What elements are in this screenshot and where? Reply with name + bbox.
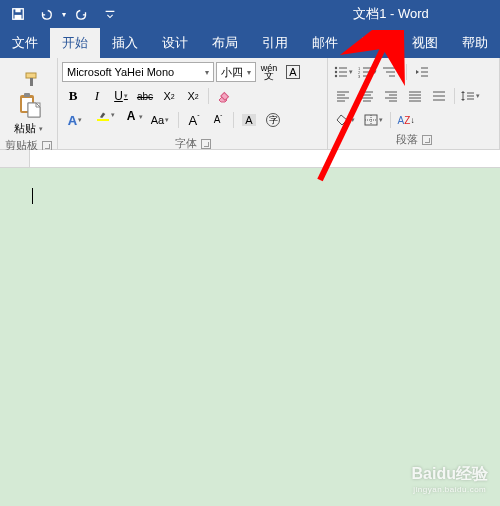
paste-label: 粘贴 xyxy=(14,121,36,136)
tab-review[interactable]: 审阅 xyxy=(350,28,400,58)
clipboard-launcher[interactable] xyxy=(42,141,52,151)
bullets-button[interactable]: ▾ xyxy=(332,62,354,82)
tab-layout[interactable]: 布局 xyxy=(200,28,250,58)
titlebar: ▾ 文档1 - Word xyxy=(0,0,500,28)
group-clipboard: 粘贴▾ 剪贴板 xyxy=(0,58,58,149)
format-painter-button[interactable] xyxy=(23,71,41,89)
paragraph-launcher[interactable] xyxy=(422,135,432,145)
paste-button[interactable]: 粘贴▾ xyxy=(14,91,44,136)
font-name-combo[interactable]: Microsoft YaHei Mono▾ xyxy=(62,62,214,82)
strikethrough-button[interactable]: abc xyxy=(134,86,156,106)
window-title: 文档1 - Word xyxy=(282,5,500,23)
borders-button[interactable]: ▾ xyxy=(360,110,386,130)
document-area[interactable] xyxy=(0,168,500,506)
sort-button[interactable]: AZ↓ xyxy=(395,110,417,130)
paragraph-label: 段落 xyxy=(396,132,418,147)
tab-design[interactable]: 设计 xyxy=(150,28,200,58)
line-spacing-button[interactable]: ▾ xyxy=(459,86,481,106)
font-color-button[interactable]: A▾ xyxy=(118,110,144,130)
svg-point-12 xyxy=(334,71,336,73)
watermark: Baidu经验 jingyan.baidu.com xyxy=(412,464,488,494)
ribbon-tabs: 文件 开始 插入 设计 布局 引用 邮件 审阅 视图 帮助 xyxy=(0,28,500,58)
ribbon: 粘贴▾ 剪贴板 Microsoft YaHei Mono▾ 小四▾ wén文 A… xyxy=(0,58,500,150)
tab-help[interactable]: 帮助 xyxy=(450,28,500,58)
numbering-button[interactable]: 123▾ xyxy=(356,62,378,82)
shrink-font-button[interactable]: Aˇ xyxy=(207,110,229,130)
font-label: 字体 xyxy=(175,136,197,151)
clear-formatting-button[interactable] xyxy=(213,86,235,106)
tab-home[interactable]: 开始 xyxy=(50,28,100,58)
group-font: Microsoft YaHei Mono▾ 小四▾ wén文 A B I U▾ … xyxy=(58,58,328,149)
distributed-button[interactable] xyxy=(428,86,450,106)
text-cursor xyxy=(32,188,33,204)
phonetic-guide-button[interactable]: wén文 xyxy=(258,62,280,82)
italic-button[interactable]: I xyxy=(86,86,108,106)
enclose-chars-button[interactable]: 字 xyxy=(262,110,284,130)
tab-view[interactable]: 视图 xyxy=(400,28,450,58)
shading-button[interactable]: ▾ xyxy=(332,110,358,130)
svg-rect-4 xyxy=(30,78,33,86)
superscript-button[interactable]: X2 xyxy=(182,86,204,106)
align-right-button[interactable] xyxy=(380,86,402,106)
svg-point-10 xyxy=(334,67,336,69)
redo-button[interactable] xyxy=(70,2,94,26)
font-launcher[interactable] xyxy=(201,139,211,149)
highlight-button[interactable]: ▾ xyxy=(90,110,116,130)
bold-button[interactable]: B xyxy=(62,86,84,106)
svg-point-14 xyxy=(334,75,336,77)
tab-insert[interactable]: 插入 xyxy=(100,28,150,58)
save-button[interactable] xyxy=(6,2,30,26)
align-center-button[interactable] xyxy=(356,86,378,106)
font-size-combo[interactable]: 小四▾ xyxy=(216,62,256,82)
multilevel-list-button[interactable]: ▾ xyxy=(380,62,402,82)
svg-rect-3 xyxy=(26,73,36,78)
char-shading-button[interactable]: A xyxy=(238,110,260,130)
tab-file[interactable]: 文件 xyxy=(0,28,50,58)
svg-text:3: 3 xyxy=(358,74,361,78)
tab-references[interactable]: 引用 xyxy=(250,28,300,58)
align-justify-button[interactable] xyxy=(404,86,426,106)
subscript-button[interactable]: X2 xyxy=(158,86,180,106)
ruler[interactable] xyxy=(0,150,500,168)
group-paragraph: ▾ 123▾ ▾ ▾ ▾ ▾ AZ↓ 段落 xyxy=(328,58,500,149)
undo-button[interactable] xyxy=(34,2,58,26)
change-case-button[interactable]: Aa▾ xyxy=(146,110,174,130)
qat-customize[interactable] xyxy=(98,2,122,26)
svg-rect-1 xyxy=(15,9,20,13)
align-left-button[interactable] xyxy=(332,86,354,106)
tab-mailings[interactable]: 邮件 xyxy=(300,28,350,58)
underline-button[interactable]: U▾ xyxy=(110,86,132,106)
grow-font-button[interactable]: Aˆ xyxy=(183,110,205,130)
undo-dropdown[interactable]: ▾ xyxy=(62,10,66,19)
paste-dropdown[interactable]: ▾ xyxy=(39,125,43,133)
quick-access-toolbar: ▾ xyxy=(0,2,122,26)
svg-rect-2 xyxy=(15,15,22,19)
char-border-button[interactable]: A xyxy=(282,62,304,82)
decrease-indent-button[interactable] xyxy=(411,62,433,82)
text-effects-button[interactable]: A▾ xyxy=(62,110,88,130)
svg-rect-7 xyxy=(24,93,30,97)
